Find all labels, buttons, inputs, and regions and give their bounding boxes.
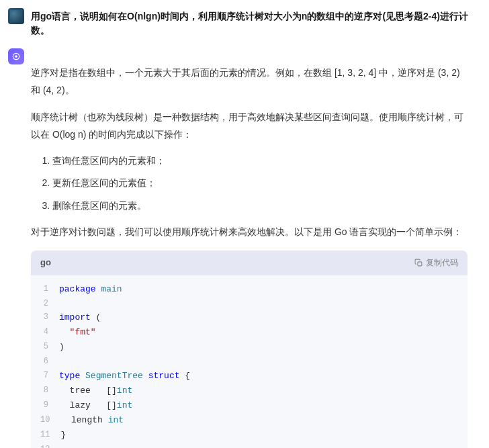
code-line: 5) xyxy=(31,340,468,355)
chat-container: 用go语言，说明如何在O(nlgn)时间内，利用顺序统计树对大小为n的数组中的逆… xyxy=(0,0,489,448)
line-number: 10 xyxy=(40,413,60,428)
code-line: 12 xyxy=(31,443,468,448)
svg-point-1 xyxy=(15,55,17,58)
svg-rect-2 xyxy=(418,262,422,266)
line-number: 6 xyxy=(40,355,59,368)
line-number: 3 xyxy=(40,310,59,325)
line-number: 7 xyxy=(40,369,59,384)
list-item: 删除任意区间的元素。 xyxy=(52,198,468,214)
list-item: 查询任意区间内的元素和； xyxy=(52,153,468,169)
code-block: go 复制代码 1package main23import (4 "fmt"5)… xyxy=(31,251,468,448)
line-content: tree []int xyxy=(59,384,132,398)
line-number: 1 xyxy=(40,282,59,297)
bot-logo-icon xyxy=(11,52,21,61)
code-header: go 复制代码 xyxy=(31,251,468,275)
bot-answer: 逆序对是指在数组中，一个元素大于其后面的元素的情况。例如，在数组 [1, 3, … xyxy=(8,64,481,448)
code-line: 1package main xyxy=(31,282,468,297)
line-content: type SegmentTree struct { xyxy=(59,369,190,384)
line-number: 9 xyxy=(40,398,59,413)
line-content: "fmt" xyxy=(59,325,96,340)
bot-avatar-row xyxy=(8,47,481,64)
bot-avatar xyxy=(8,48,24,64)
line-content: lazy []int xyxy=(59,398,132,413)
line-content: length int xyxy=(60,413,124,428)
code-line: 7type SegmentTree struct { xyxy=(31,369,468,384)
operations-list: 查询任意区间内的元素和； 更新任意区间的元素值； 删除任意区间的元素。 xyxy=(31,153,468,214)
code-line: 3import ( xyxy=(31,310,468,325)
line-number: 2 xyxy=(40,297,59,310)
copy-icon xyxy=(414,259,423,267)
code-line: 10 length int xyxy=(31,413,468,428)
user-question: 用go语言，说明如何在O(nlgn)时间内，利用顺序统计树对大小为n的数组中的逆… xyxy=(31,8,481,38)
code-body[interactable]: 1package main23import (4 "fmt"5)67type S… xyxy=(31,275,468,448)
copy-label: 复制代码 xyxy=(426,257,458,269)
para-2: 顺序统计树（也称为线段树）是一种数据结构，用于高效地解决某些区间查询问题。使用顺… xyxy=(31,109,468,144)
line-content: package main xyxy=(59,282,122,297)
line-number: 12 xyxy=(40,443,60,448)
line-number: 11 xyxy=(40,428,60,443)
code-language-label: go xyxy=(40,256,51,270)
line-content: ) xyxy=(59,340,64,355)
code-line: 6 xyxy=(31,355,468,368)
line-content: import ( xyxy=(59,310,101,325)
code-line: 2 xyxy=(31,297,468,310)
user-message-row: 用go语言，说明如何在O(nlgn)时间内，利用顺序统计树对大小为n的数组中的逆… xyxy=(8,8,481,38)
user-avatar xyxy=(8,8,24,24)
code-line: 8 tree []int xyxy=(31,384,468,398)
list-item: 更新任意区间的元素值； xyxy=(52,175,468,191)
line-number: 4 xyxy=(40,325,59,340)
line-content: } xyxy=(60,428,66,443)
code-line: 11} xyxy=(31,428,468,443)
copy-code-button[interactable]: 复制代码 xyxy=(414,257,458,269)
code-line: 4 "fmt" xyxy=(31,325,468,340)
para-1: 逆序对是指在数组中，一个元素大于其后面的元素的情况。例如，在数组 [1, 3, … xyxy=(31,64,468,99)
para-3: 对于逆序对计数问题，我们可以使用顺序统计树来高效地解决。以下是用 Go 语言实现… xyxy=(31,224,468,241)
line-number: 5 xyxy=(40,340,59,355)
line-number: 8 xyxy=(40,384,59,398)
code-line: 9 lazy []int xyxy=(31,398,468,413)
